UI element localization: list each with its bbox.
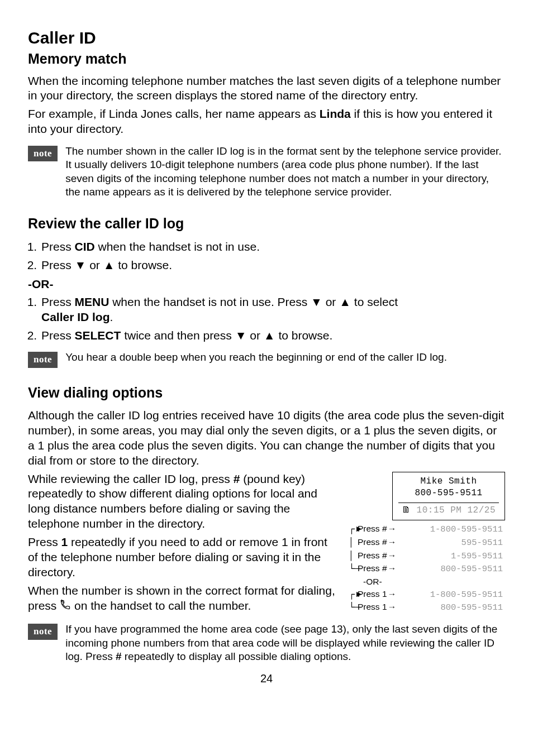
note-text-3: If you have programmed the home area cod… xyxy=(65,623,505,663)
press-1-row-2: └─ Press 1 → 800-595-9511 xyxy=(349,601,505,614)
press-hash-row-1: ┌► Press # → 1-800-595-9511 xyxy=(349,523,505,536)
note-badge: note xyxy=(28,352,58,367)
phone-screen: Mike Smith 800-595-9511 🗎 10:15 PM 12/25 xyxy=(392,472,505,521)
review-step-2: Press ▼ or ▲ to browse. xyxy=(40,258,505,273)
page-title: Caller ID xyxy=(28,27,505,49)
diagram-or: -OR- xyxy=(363,576,505,588)
note-badge: note xyxy=(28,624,58,639)
review-step-1: Press CID when the handset is not in use… xyxy=(40,240,505,255)
or-separator: -OR- xyxy=(28,276,505,291)
view-paragraph-4: When the number is shown in the correct … xyxy=(28,583,339,614)
press-hash-row-4: └─ Press # → 800-595-9511 xyxy=(349,562,505,576)
intro-paragraph-2: For example, if Linda Jones calls, her n… xyxy=(28,107,505,137)
page-number: 24 xyxy=(28,671,505,686)
view-paragraph-2: While reviewing the caller ID log, press… xyxy=(28,472,339,532)
section-subtitle: Memory match xyxy=(28,50,505,68)
note-text-2: You hear a double beep when you reach th… xyxy=(65,351,447,364)
review-alt-step-1: Press MENU when the handset is not in us… xyxy=(40,295,505,325)
press-1-row-1: ┌► Press 1 → 1-800-595-9511 xyxy=(349,588,505,601)
note-block-2: note You hear a double beep when you rea… xyxy=(28,351,505,367)
view-heading: View dialing options xyxy=(28,384,505,402)
intro-paragraph-1: When the incoming telephone number match… xyxy=(28,74,505,104)
press-hash-row-3: │ Press # → 1-595-9511 xyxy=(349,549,505,563)
review-alt-step-2: Press SELECT twice and then press ▼ or ▲… xyxy=(40,328,505,343)
review-steps-list: Press CID when the handset is not in use… xyxy=(28,240,505,273)
note-text-1: The number shown in the caller ID log is… xyxy=(65,145,505,199)
view-paragraph-1: Although the caller ID log entries recei… xyxy=(28,408,505,468)
screen-caller-name: Mike Smith xyxy=(398,476,499,488)
screen-timestamp: 🗎 10:15 PM 12/25 xyxy=(398,505,499,517)
review-heading: Review the caller ID log xyxy=(28,214,505,233)
call-icon xyxy=(60,599,71,614)
dialing-diagram: Mike Smith 800-595-9511 🗎 10:15 PM 12/25… xyxy=(343,472,505,615)
note-block-3: note If you have programmed the home are… xyxy=(28,623,505,663)
note-block-1: note The number shown in the caller ID l… xyxy=(28,145,505,199)
note-badge: note xyxy=(28,146,58,161)
press-hash-row-2: │ Press # → 595-9511 xyxy=(349,536,505,549)
review-alt-steps-list: Press MENU when the handset is not in us… xyxy=(28,295,505,343)
screen-caller-number: 800-595-9511 xyxy=(398,487,499,500)
view-paragraph-3: Press 1 repeatedly if you need to add or… xyxy=(28,535,339,580)
